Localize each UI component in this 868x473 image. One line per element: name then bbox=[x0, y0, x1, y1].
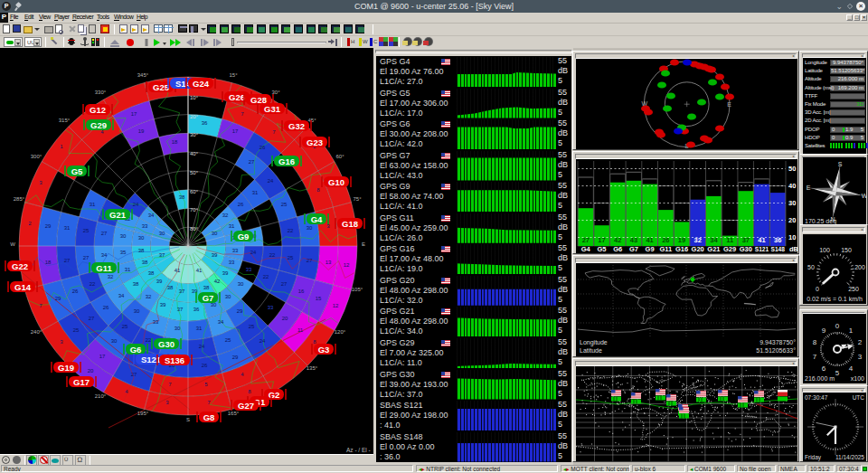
svg-text:30: 30 bbox=[111, 338, 118, 344]
svg-text:07:30:47: 07:30:47 bbox=[805, 394, 828, 401]
svg-text:2: 2 bbox=[858, 338, 863, 346]
svg-text:S148: S148 bbox=[770, 246, 785, 252]
svg-text:29: 29 bbox=[55, 296, 61, 301]
svg-text:26: 26 bbox=[72, 289, 79, 294]
svg-text:330°: 330° bbox=[95, 90, 107, 95]
svg-text:50: 50 bbox=[807, 264, 815, 270]
svg-text:8: 8 bbox=[813, 338, 817, 346]
svg-text:38: 38 bbox=[148, 270, 155, 276]
svg-text:G11: G11 bbox=[96, 263, 112, 273]
svg-text:25: 25 bbox=[281, 202, 288, 207]
svg-text:36: 36 bbox=[202, 120, 208, 126]
svg-text:37: 37 bbox=[159, 252, 165, 258]
svg-text:29: 29 bbox=[237, 308, 243, 314]
svg-text:11/14/2025: 11/14/2025 bbox=[835, 454, 864, 460]
svg-text:41: 41 bbox=[175, 268, 181, 273]
svg-text:32: 32 bbox=[108, 274, 114, 279]
svg-text:39: 39 bbox=[222, 270, 229, 276]
svg-text:G2: G2 bbox=[269, 390, 280, 400]
svg-text:40: 40 bbox=[788, 182, 796, 190]
svg-text:165°: 165° bbox=[228, 411, 240, 416]
svg-text:22: 22 bbox=[263, 274, 269, 279]
svg-text:Longitude: Longitude bbox=[580, 339, 608, 346]
svg-text:G12: G12 bbox=[90, 105, 106, 115]
svg-text:32: 32 bbox=[222, 213, 229, 218]
svg-text:20: 20 bbox=[788, 216, 796, 224]
svg-text:34: 34 bbox=[148, 213, 155, 218]
svg-text:G5: G5 bbox=[71, 166, 83, 176]
svg-text:30: 30 bbox=[212, 231, 218, 236]
svg-text:60°: 60° bbox=[335, 154, 344, 159]
svg-text:30: 30 bbox=[238, 281, 244, 287]
svg-text:G22: G22 bbox=[12, 261, 28, 271]
svg-text:30: 30 bbox=[175, 326, 181, 331]
svg-text:38: 38 bbox=[138, 248, 145, 253]
svg-text:30: 30 bbox=[120, 233, 127, 239]
svg-text:25: 25 bbox=[73, 327, 80, 333]
svg-text:G21: G21 bbox=[707, 245, 720, 253]
svg-text:51.51205633°: 51.51205633° bbox=[756, 347, 796, 354]
svg-text:33: 33 bbox=[229, 260, 235, 265]
svg-text:22: 22 bbox=[90, 281, 96, 287]
svg-text:210°: 210° bbox=[95, 393, 107, 399]
svg-text:41: 41 bbox=[196, 268, 203, 273]
svg-text:G23: G23 bbox=[307, 137, 323, 147]
svg-text:120°: 120° bbox=[335, 329, 346, 335]
svg-text:38: 38 bbox=[203, 285, 210, 290]
svg-text:18: 18 bbox=[45, 260, 52, 265]
svg-text:G18: G18 bbox=[342, 219, 358, 229]
svg-text:9.94378750°: 9.94378750° bbox=[760, 339, 796, 345]
svg-text:26: 26 bbox=[202, 363, 208, 368]
svg-text:29: 29 bbox=[45, 223, 52, 229]
svg-text:38: 38 bbox=[167, 285, 174, 290]
svg-text:W: W bbox=[10, 241, 15, 247]
svg-text:70°: 70° bbox=[190, 207, 199, 213]
svg-text:33: 33 bbox=[232, 248, 239, 253]
svg-text:G10: G10 bbox=[328, 177, 344, 187]
svg-text:10°: 10° bbox=[190, 95, 199, 100]
svg-text:G4: G4 bbox=[581, 245, 591, 253]
svg-text:G32: G32 bbox=[288, 121, 305, 131]
svg-text:G29: G29 bbox=[90, 120, 107, 130]
svg-text:G7: G7 bbox=[203, 293, 214, 303]
svg-text:17: 17 bbox=[99, 354, 106, 359]
svg-text:30: 30 bbox=[159, 231, 165, 236]
svg-text:G9: G9 bbox=[646, 245, 655, 253]
svg-text:33: 33 bbox=[142, 223, 148, 229]
svg-text:20: 20 bbox=[88, 368, 94, 374]
svg-text:G4: G4 bbox=[311, 214, 323, 224]
svg-text:31: 31 bbox=[125, 267, 131, 272]
svg-text:26: 26 bbox=[259, 145, 266, 150]
svg-text:240°: 240° bbox=[31, 329, 42, 335]
svg-text:22: 22 bbox=[269, 252, 276, 258]
svg-text:27: 27 bbox=[101, 231, 108, 236]
svg-text:G8: G8 bbox=[203, 412, 215, 422]
svg-text:216.000 m: 216.000 m bbox=[805, 375, 835, 382]
svg-text:G19: G19 bbox=[58, 363, 74, 373]
svg-text:27: 27 bbox=[249, 159, 255, 165]
svg-text:Latitude: Latitude bbox=[580, 347, 602, 354]
svg-text:G31: G31 bbox=[264, 104, 281, 114]
svg-text:G21: G21 bbox=[109, 210, 127, 220]
svg-text:27: 27 bbox=[89, 316, 95, 321]
svg-text:G7: G7 bbox=[629, 245, 638, 253]
svg-text:34: 34 bbox=[218, 319, 224, 325]
svg-text:G16: G16 bbox=[675, 245, 688, 253]
svg-text:27: 27 bbox=[281, 281, 288, 287]
svg-text:x100: x100 bbox=[851, 375, 864, 382]
svg-text:7: 7 bbox=[813, 353, 817, 361]
svg-text:S: S bbox=[186, 417, 190, 422]
svg-text:G5: G5 bbox=[597, 245, 606, 253]
svg-text:17: 17 bbox=[232, 128, 239, 134]
svg-text:G24: G24 bbox=[193, 79, 210, 89]
svg-text:195°: 195° bbox=[137, 411, 149, 416]
svg-text:200: 200 bbox=[854, 264, 865, 270]
svg-text:9: 9 bbox=[822, 326, 826, 335]
svg-text:10: 10 bbox=[788, 233, 796, 241]
svg-text:80°: 80° bbox=[190, 226, 199, 232]
svg-text:27: 27 bbox=[131, 372, 137, 377]
svg-text:Friday: Friday bbox=[805, 454, 822, 461]
svg-text:24: 24 bbox=[133, 202, 139, 207]
svg-text:dB: dB bbox=[789, 245, 797, 253]
svg-text:45°: 45° bbox=[307, 118, 316, 123]
